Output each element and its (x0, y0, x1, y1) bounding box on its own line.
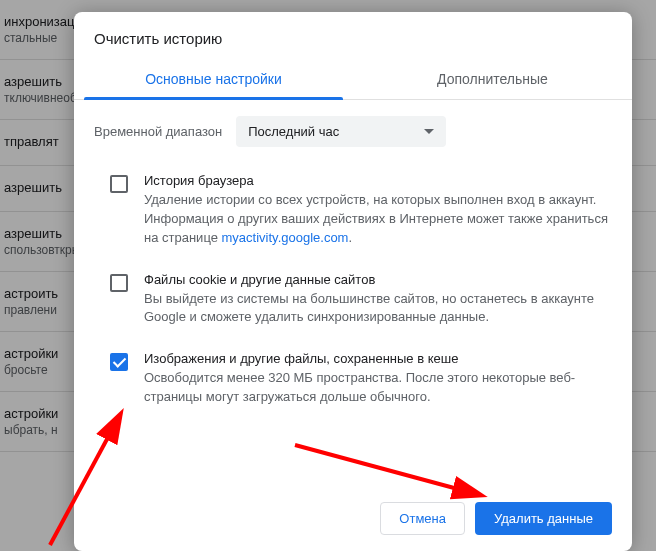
clear-browsing-data-dialog: Очистить историю Основные настройки Допо… (74, 12, 632, 551)
checkbox-browsing-history[interactable] (110, 175, 128, 193)
option-desc: Освободится менее 320 МБ пространства. П… (144, 369, 612, 407)
dialog-tabs: Основные настройки Дополнительные (74, 61, 632, 100)
dialog-title: Очистить историю (74, 12, 632, 61)
options-list: История браузера Удаление истории со все… (74, 157, 632, 431)
tab-advanced[interactable]: Дополнительные (353, 61, 632, 99)
time-range-value: Последний час (248, 124, 339, 139)
option-cache: Изображения и другие файлы, сохраненные … (110, 341, 612, 421)
checkbox-cache[interactable] (110, 353, 128, 371)
clear-data-button[interactable]: Удалить данные (475, 502, 612, 535)
option-browsing-history: История браузера Удаление истории со все… (110, 163, 612, 262)
chevron-down-icon (424, 129, 434, 134)
option-desc: Вы выйдете из системы на большинстве сай… (144, 290, 612, 328)
option-cookies: Файлы cookie и другие данные сайтов Вы в… (110, 262, 612, 342)
cancel-button[interactable]: Отмена (380, 502, 465, 535)
option-body: Изображения и другие файлы, сохраненные … (144, 351, 612, 407)
time-range-label: Временной диапазон (94, 124, 222, 139)
myactivity-link[interactable]: myactivity.google.com (222, 230, 349, 245)
time-range-row: Временной диапазон Последний час (74, 100, 632, 157)
option-desc-text: Удаление истории со всех устройств, на к… (144, 192, 608, 245)
option-title: История браузера (144, 173, 612, 188)
option-desc-post: . (348, 230, 352, 245)
option-title: Файлы cookie и другие данные сайтов (144, 272, 612, 287)
option-body: История браузера Удаление истории со все… (144, 173, 612, 248)
dialog-actions: Отмена Удалить данные (74, 490, 632, 551)
checkbox-cookies[interactable] (110, 274, 128, 292)
option-title: Изображения и другие файлы, сохраненные … (144, 351, 612, 366)
option-body: Файлы cookie и другие данные сайтов Вы в… (144, 272, 612, 328)
time-range-select[interactable]: Последний час (236, 116, 446, 147)
option-desc: Удаление истории со всех устройств, на к… (144, 191, 612, 248)
tab-basic[interactable]: Основные настройки (74, 61, 353, 99)
